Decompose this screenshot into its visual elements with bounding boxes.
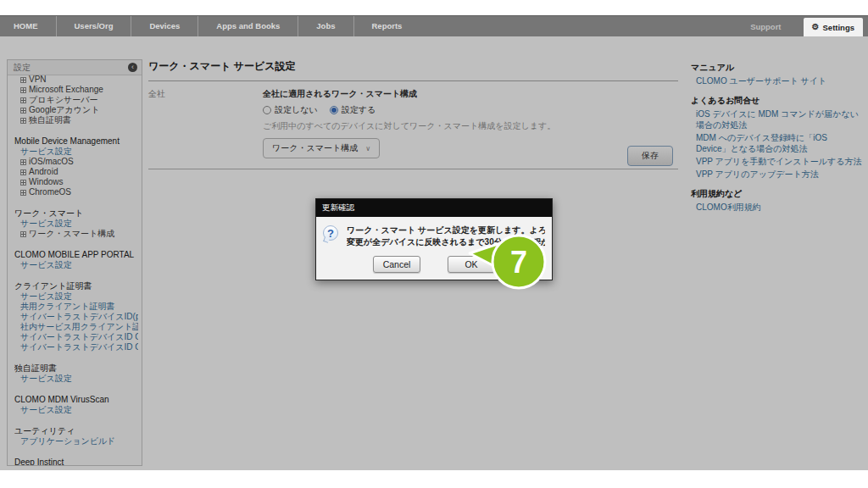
settings-tab-label: Settings [823, 23, 854, 32]
top-navbar: HOMEUsers/OrgDevicesApps and BooksJobsRe… [0, 15, 868, 36]
nav-tab[interactable]: Reports [353, 16, 420, 36]
page-content: 設定 ‹ VPNMicrosoft ExchangeプロキシサーバーGoogle… [0, 36, 868, 470]
nav-tab[interactable]: HOME [0, 16, 56, 36]
nav-tab[interactable]: Users/Org [56, 16, 131, 36]
nav-tab[interactable]: Devices [131, 16, 198, 36]
dialog-title: 更新確認 [316, 199, 552, 217]
nav-support-link[interactable]: Support [750, 22, 781, 31]
gear-icon: ⚙ [812, 23, 820, 31]
clomo-panel-window: HOMEUsers/OrgDevicesApps and BooksJobsRe… [0, 15, 868, 470]
nav-right: Support ⚙ Settings [750, 16, 868, 36]
nav-tabs: HOMEUsers/OrgDevicesApps and BooksJobsRe… [0, 16, 420, 36]
cancel-button[interactable]: Cancel [373, 256, 420, 273]
tab-settings[interactable]: ⚙ Settings [804, 18, 863, 36]
nav-tab[interactable]: Apps and Books [198, 16, 298, 36]
question-icon: ? [323, 225, 338, 241]
step-number: 7 [510, 245, 527, 280]
nav-tab[interactable]: Jobs [298, 16, 353, 36]
screenshot-canvas: HOMEUsers/OrgDevicesApps and BooksJobsRe… [0, 0, 868, 488]
step-annotation-badge: 7 [465, 225, 566, 318]
